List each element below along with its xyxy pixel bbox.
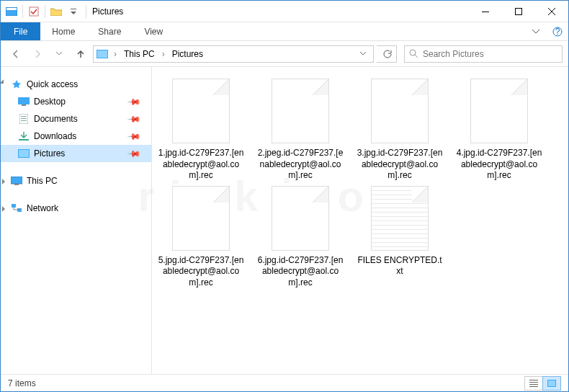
sidebar-quickaccess[interactable]: Quick access bbox=[1, 76, 151, 93]
downloads-icon bbox=[18, 130, 30, 142]
file-thumbnail bbox=[470, 79, 528, 143]
file-item[interactable]: 4.jpg.id-C279F237.[enabledecrypt@aol.com… bbox=[456, 79, 542, 182]
file-thumbnail bbox=[371, 79, 429, 143]
window-title: Pictures bbox=[88, 6, 469, 17]
app-icon[interactable] bbox=[4, 4, 19, 19]
svg-rect-21 bbox=[14, 184, 19, 185]
folder-icon[interactable] bbox=[48, 4, 64, 19]
search-icon bbox=[409, 49, 418, 58]
sidebar-network[interactable]: Network bbox=[1, 200, 151, 217]
svg-rect-4 bbox=[482, 12, 489, 12]
recent-dropdown-icon[interactable] bbox=[50, 45, 68, 63]
svg-rect-11 bbox=[18, 97, 30, 104]
svg-rect-22 bbox=[12, 204, 16, 208]
refresh-button[interactable] bbox=[377, 45, 397, 63]
file-thumbnail bbox=[272, 79, 329, 143]
svg-rect-2 bbox=[30, 7, 38, 16]
chevron-right-icon[interactable]: › bbox=[111, 49, 120, 59]
file-thumbnail bbox=[172, 79, 230, 143]
crumb-thispc[interactable]: This PC bbox=[122, 49, 156, 59]
minimize-button[interactable] bbox=[469, 1, 502, 22]
svg-rect-14 bbox=[21, 116, 27, 117]
star-icon bbox=[11, 79, 22, 90]
search-box[interactable] bbox=[404, 45, 563, 63]
quick-access-toolbar bbox=[1, 4, 84, 19]
file-name: 3.jpg.id-C279F237.[enabledecrypt@aol.com… bbox=[357, 148, 443, 182]
file-tab[interactable]: File bbox=[1, 22, 40, 40]
back-button[interactable] bbox=[6, 45, 25, 63]
sidebar-item-desktop[interactable]: Desktop 📌 bbox=[1, 93, 151, 110]
file-item[interactable]: 1.jpg.id-C279F237.[enabledecrypt@aol.com… bbox=[158, 79, 244, 182]
file-name: 4.jpg.id-C279F237.[enabledecrypt@aol.com… bbox=[456, 148, 542, 182]
pin-icon: 📌 bbox=[127, 94, 142, 110]
sidebar-thispc[interactable]: This PC bbox=[1, 172, 151, 190]
file-area[interactable]: 1.jpg.id-C279F237.[enabledecrypt@aol.com… bbox=[152, 67, 568, 374]
pin-icon: 📌 bbox=[127, 112, 142, 127]
file-grid: 1.jpg.id-C279F237.[enabledecrypt@aol.com… bbox=[158, 79, 563, 289]
help-icon[interactable]: ? bbox=[547, 22, 568, 40]
svg-rect-12 bbox=[22, 104, 26, 106]
file-name: FILES ENCRYPTED.txt bbox=[357, 255, 443, 277]
tab-home[interactable]: Home bbox=[40, 22, 86, 40]
svg-rect-9 bbox=[97, 50, 107, 58]
ribbon: File Home Share View ? bbox=[1, 22, 568, 41]
sidebar-item-documents[interactable]: Documents 📌 bbox=[1, 110, 151, 128]
file-name: 6.jpg.id-C279F237.[enabledecrypt@aol.com… bbox=[257, 255, 344, 289]
documents-icon bbox=[18, 113, 30, 125]
properties-icon[interactable] bbox=[26, 4, 42, 19]
tab-share[interactable]: Share bbox=[86, 22, 133, 40]
file-item[interactable]: FILES ENCRYPTED.txt bbox=[357, 186, 443, 289]
icons-view-button[interactable] bbox=[542, 376, 561, 391]
pin-icon: 📌 bbox=[127, 129, 142, 144]
address-dropdown-icon[interactable] bbox=[356, 52, 370, 55]
forward-button[interactable] bbox=[28, 45, 47, 63]
pictures-icon bbox=[97, 48, 108, 60]
svg-rect-19 bbox=[19, 150, 29, 157]
svg-rect-26 bbox=[529, 384, 538, 385]
svg-rect-25 bbox=[529, 382, 538, 383]
file-name: 2.jpeg.id-C279F237.[enabledecrypt@aol.co… bbox=[257, 148, 344, 182]
navigation-pane: Quick access Desktop 📌 Documents 📌 Downl… bbox=[1, 67, 152, 374]
sidebar-item-pictures[interactable]: Pictures 📌 bbox=[1, 145, 151, 162]
explorer-window: Pictures File Home Share View ? › This P… bbox=[0, 0, 569, 392]
svg-rect-24 bbox=[529, 380, 538, 380]
expand-ribbon-icon[interactable] bbox=[525, 22, 547, 40]
svg-rect-29 bbox=[548, 380, 555, 386]
file-name: 1.jpg.id-C279F237.[enabledecrypt@aol.com… bbox=[158, 148, 244, 182]
pictures-icon bbox=[18, 148, 30, 159]
sidebar-item-downloads[interactable]: Downloads 📌 bbox=[1, 128, 151, 145]
file-item[interactable]: 2.jpeg.id-C279F237.[enabledecrypt@aol.co… bbox=[257, 79, 344, 182]
window-controls bbox=[469, 1, 568, 22]
item-count: 7 items bbox=[8, 378, 36, 388]
file-item[interactable]: 6.jpg.id-C279F237.[enabledecrypt@aol.com… bbox=[257, 186, 344, 289]
details-view-button[interactable] bbox=[524, 376, 543, 391]
file-item[interactable]: 3.jpg.id-C279F237.[enabledecrypt@aol.com… bbox=[357, 79, 443, 182]
tab-view[interactable]: View bbox=[133, 22, 174, 40]
svg-point-10 bbox=[410, 50, 416, 55]
crumb-pictures[interactable]: Pictures bbox=[171, 49, 205, 59]
up-button[interactable] bbox=[71, 45, 90, 63]
svg-rect-20 bbox=[11, 177, 22, 184]
desktop-icon bbox=[18, 96, 30, 107]
svg-rect-3 bbox=[71, 9, 76, 9]
file-name: 5.jpg.id-C279F237.[enabledecrypt@aol.com… bbox=[158, 255, 244, 289]
file-thumbnail bbox=[371, 186, 429, 251]
close-button[interactable] bbox=[535, 1, 568, 22]
svg-rect-17 bbox=[19, 139, 29, 141]
maximize-button[interactable] bbox=[502, 1, 535, 22]
svg-rect-5 bbox=[516, 8, 522, 14]
file-thumbnail bbox=[172, 186, 230, 251]
address-bar[interactable]: › This PC › Pictures bbox=[93, 45, 374, 63]
search-input[interactable] bbox=[423, 49, 557, 59]
file-item[interactable]: 5.jpg.id-C279F237.[enabledecrypt@aol.com… bbox=[158, 186, 244, 289]
svg-text:?: ? bbox=[555, 27, 560, 37]
file-thumbnail bbox=[272, 186, 329, 251]
svg-rect-15 bbox=[21, 118, 27, 119]
svg-rect-27 bbox=[529, 386, 538, 387]
pin-icon: 📌 bbox=[127, 146, 142, 161]
navigation-bar: › This PC › Pictures bbox=[1, 41, 568, 67]
qat-dropdown-icon[interactable] bbox=[66, 4, 81, 19]
quickaccess-label: Quick access bbox=[27, 79, 78, 89]
network-icon bbox=[11, 202, 22, 214]
chevron-right-icon[interactable]: › bbox=[159, 49, 168, 59]
